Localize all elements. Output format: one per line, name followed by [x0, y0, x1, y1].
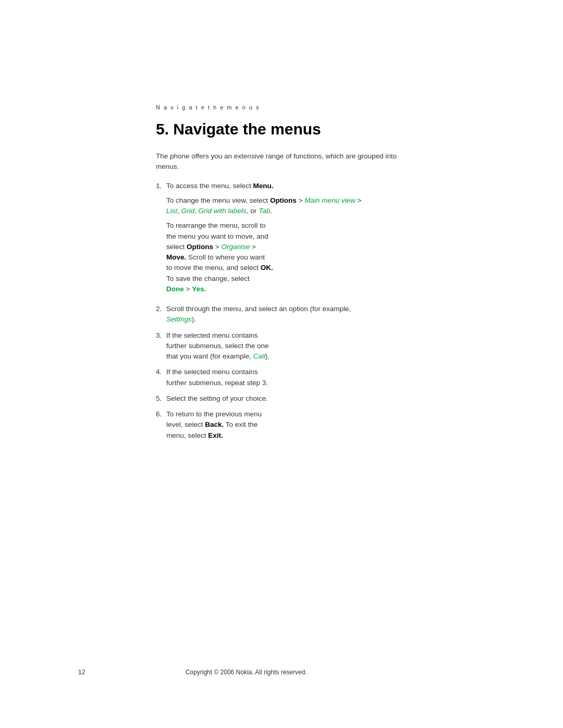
bold-text: Exit.: [208, 431, 223, 439]
list-content: Select the setting of your choice.: [166, 393, 406, 404]
list-item: 3. If the selected menu contains further…: [156, 330, 406, 362]
green-italic-text: Grid with labels: [199, 207, 247, 215]
list-num: 5.: [156, 393, 166, 404]
list-num: 6.: [156, 409, 166, 419]
list-item: 6. To return to the previous menu level,…: [156, 409, 406, 441]
green-italic-text: Call: [253, 352, 265, 360]
bold-text: OK.: [261, 264, 273, 272]
page: N a v i g a t e t h e m e n u s 5. Navig…: [0, 0, 563, 728]
list-item: 1. To access the menu, select Menu. To c…: [156, 181, 406, 299]
bold-options: Options: [270, 196, 297, 204]
breadcrumb: N a v i g a t e t h e m e n u s: [156, 104, 406, 110]
numbered-list: 1. To access the menu, select Menu. To c…: [156, 181, 406, 441]
green-italic-text: List: [166, 207, 177, 215]
green-italic-text: Grid: [181, 207, 195, 215]
page-title: 5. Navigate the menus: [156, 120, 406, 139]
list-num: 4.: [156, 367, 166, 377]
green-italic-text: Organise: [221, 243, 250, 251]
green-bold-text: Done: [166, 285, 184, 293]
footer-copyright: Copyright © 2006 Nokia. All rights reser…: [85, 669, 407, 676]
list-content: Scroll through the menu, and select an o…: [166, 304, 406, 325]
footer: 12 Copyright © 2006 Nokia. All rights re…: [0, 669, 563, 676]
footer-page-number: 12: [78, 669, 85, 676]
list-num: 2.: [156, 304, 166, 314]
green-italic-text: Tab: [259, 207, 270, 215]
list-content: To return to the previous menu level, se…: [166, 409, 406, 441]
content-area: N a v i g a t e t h e m e n u s 5. Navig…: [156, 104, 406, 446]
bold-text: Options: [187, 243, 213, 251]
list-item: 2. Scroll through the menu, and select a…: [156, 304, 406, 325]
bold-text: Menu.: [253, 182, 274, 190]
list-item: 4. If the selected menu contains further…: [156, 367, 406, 388]
bold-text: Move.: [166, 253, 186, 261]
list-content: To access the menu, select Menu. To chan…: [166, 181, 406, 299]
list-content: If the selected menu contains further su…: [166, 367, 406, 388]
list-content: If the selected menu contains further su…: [166, 330, 406, 362]
green-italic-text: Settings: [166, 315, 192, 323]
sub-block: To change the menu view, select Options …: [166, 195, 406, 217]
list-num: 1.: [156, 181, 166, 191]
green-italic-text: Main menu view: [304, 196, 356, 204]
green-bold-text: Yes.: [192, 285, 206, 293]
intro-text: The phone offers you an extensive range …: [156, 151, 406, 172]
list-num: 3.: [156, 330, 166, 341]
bold-text: Back.: [205, 421, 224, 428]
sub-block: To rearrange the menu, scroll to the men…: [166, 220, 406, 294]
list-item: 5. Select the setting of your choice.: [156, 393, 406, 404]
